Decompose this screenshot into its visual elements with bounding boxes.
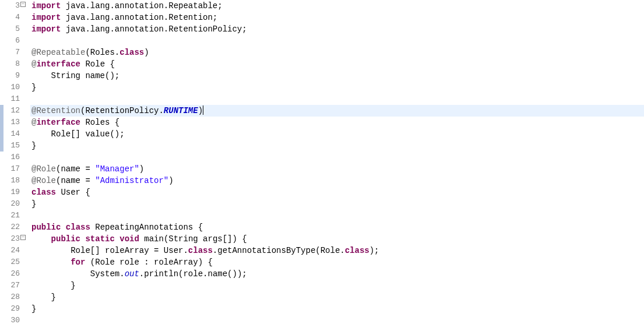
- line-number: 13: [3, 117, 20, 128]
- line-number: 25: [3, 256, 20, 268]
- line-number: 14: [3, 128, 20, 140]
- line-number: 4: [3, 12, 20, 23]
- code-line[interactable]: }: [30, 291, 644, 303]
- line-number: 27: [3, 280, 20, 291]
- code-line[interactable]: public static void main(String args[]) {: [30, 233, 644, 245]
- line-number: 16: [3, 152, 20, 163]
- line-number: 15: [3, 140, 20, 152]
- code-line[interactable]: import java.lang.annotation.RetentionPol…: [30, 23, 644, 35]
- line-number: 6: [3, 35, 20, 47]
- fold-column: [22, 0, 30, 331]
- code-line[interactable]: @Repeatable(Roles.class): [30, 47, 644, 58]
- line-number: 20: [3, 198, 20, 210]
- code-line[interactable]: }: [30, 280, 644, 291]
- code-line[interactable]: System.out.println(role.name());: [30, 268, 644, 280]
- line-number: 19: [3, 186, 20, 198]
- code-line[interactable]: @interface Role {: [30, 58, 644, 70]
- line-number: 3−: [3, 0, 20, 12]
- line-number: 23−: [3, 233, 20, 245]
- line-number: 12: [3, 105, 20, 117]
- line-number: 26: [3, 268, 20, 280]
- line-number: 7: [3, 47, 20, 58]
- code-line[interactable]: @interface Roles {: [30, 117, 644, 128]
- code-line[interactable]: [30, 35, 644, 47]
- code-line[interactable]: }: [30, 198, 644, 210]
- line-number: 24: [3, 245, 20, 256]
- line-number: 5: [3, 23, 20, 35]
- code-line[interactable]: @Role(name = "Manager"): [30, 163, 644, 175]
- code-line[interactable]: [30, 210, 644, 221]
- fold-toggle-icon[interactable]: −: [20, 2, 26, 7]
- code-line[interactable]: }: [30, 82, 644, 93]
- text-caret: [203, 105, 203, 115]
- line-number: 17: [3, 163, 20, 175]
- line-number-gutter: 3−4567891011121314151617181920212223−242…: [3, 0, 22, 331]
- code-line[interactable]: Role[] roleArray = User.class.getAnnotat…: [30, 245, 644, 256]
- line-number: 22: [3, 221, 20, 233]
- code-line[interactable]: import java.lang.annotation.Retention;: [30, 12, 644, 23]
- line-number: 29: [3, 303, 20, 315]
- line-number: 21: [3, 210, 20, 221]
- code-editor[interactable]: 3−4567891011121314151617181920212223−242…: [0, 0, 644, 331]
- code-area[interactable]: import java.lang.annotation.Repeatable;i…: [30, 0, 644, 331]
- code-line[interactable]: }: [30, 303, 644, 315]
- code-line[interactable]: @Role(name = "Administrator"): [30, 175, 644, 186]
- code-line[interactable]: [30, 315, 644, 326]
- line-number: 10: [3, 82, 20, 93]
- code-line[interactable]: [30, 93, 644, 105]
- line-number: 30: [3, 315, 20, 326]
- code-line[interactable]: for (Role role : roleArray) {: [30, 256, 644, 268]
- line-number: 9: [3, 70, 20, 82]
- code-line[interactable]: public class RepeatingAnnotations {: [30, 221, 644, 233]
- code-line[interactable]: Role[] value();: [30, 128, 644, 140]
- code-line[interactable]: [30, 152, 644, 163]
- line-number: 8: [3, 58, 20, 70]
- line-number: 28: [3, 291, 20, 303]
- line-number: 18: [3, 175, 20, 186]
- code-line[interactable]: @Retention(RetentionPolicy.RUNTIME): [30, 105, 644, 117]
- line-number: 11: [3, 93, 20, 105]
- code-line[interactable]: String name();: [30, 70, 644, 82]
- code-line[interactable]: import java.lang.annotation.Repeatable;: [30, 0, 644, 12]
- fold-toggle-icon[interactable]: −: [20, 235, 26, 240]
- code-line[interactable]: }: [30, 140, 644, 152]
- code-line[interactable]: class User {: [30, 186, 644, 198]
